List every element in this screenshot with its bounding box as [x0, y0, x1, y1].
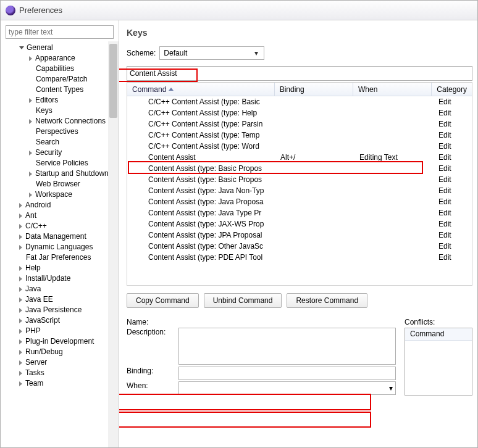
caret-right-icon: [29, 119, 32, 124]
keys-page: Keys Scheme: Default ▾ Content Assist Co…: [119, 20, 477, 447]
tree-item-label: Perspectives: [36, 127, 78, 137]
tree-item[interactable]: Run/Debug: [6, 347, 114, 357]
tree-item[interactable]: Help: [6, 263, 114, 273]
tree-item-label: PHP: [25, 326, 41, 336]
table-row[interactable]: C/C++ Content Assist (type: WordEdit: [127, 141, 472, 152]
caret-right-icon: [19, 245, 22, 250]
tree-item[interactable]: PHP: [6, 326, 114, 336]
caret-right-icon: [19, 360, 22, 365]
caret-right-icon: [19, 318, 22, 323]
table-row[interactable]: Content Assist (type: JPA ProposalEdit: [127, 230, 472, 241]
tree-item[interactable]: Java EE: [6, 294, 114, 305]
cell-cat: Edit: [434, 164, 472, 173]
cell-cat: Edit: [434, 175, 472, 184]
scheme-dropdown[interactable]: Default ▾: [159, 46, 264, 60]
tree-item[interactable]: Startup and Shutdown: [6, 168, 114, 179]
tree-item-label: Content Types: [36, 85, 83, 95]
cell-cat: Edit: [434, 253, 472, 262]
cell-cmd: Content Assist (type: Other JavaSc: [127, 242, 275, 251]
tree-item[interactable]: Dynamic Languages: [6, 242, 114, 252]
tree-item[interactable]: Keys: [6, 106, 114, 116]
table-row[interactable]: Content Assist (type: JAX-WS PropEdit: [127, 218, 472, 230]
restore-command-button[interactable]: Restore Command: [287, 293, 367, 308]
cell-cat: Edit: [434, 186, 472, 195]
tree-item[interactable]: Security: [6, 147, 114, 158]
table-row[interactable]: C/C++ Content Assist (type: HelpEdit: [127, 107, 472, 118]
tree-item[interactable]: Perspectives: [6, 127, 114, 137]
conflicts-label: Conflicts:: [405, 318, 472, 326]
table-row[interactable]: Content Assist (type: PDE API ToolEdit: [127, 252, 472, 263]
preferences-tree[interactable]: GeneralAppearanceCapabilitiesCompare/Pat…: [6, 43, 114, 389]
tree-item[interactable]: Android: [6, 200, 114, 210]
conflicts-column-command[interactable]: Command: [405, 328, 472, 341]
tree-item-label: Java: [25, 284, 41, 294]
tree-item[interactable]: Plug-in Development: [6, 336, 114, 347]
table-row[interactable]: Content Assist (type: Other JavaScEdit: [127, 241, 472, 252]
tree-item-label: Appearance: [35, 53, 75, 64]
tree-item[interactable]: C/C++: [6, 221, 114, 231]
tree-item[interactable]: Workspace: [6, 189, 114, 200]
tree-item[interactable]: Content Types: [6, 85, 114, 95]
unbind-command-button[interactable]: Unbind Command: [204, 293, 282, 308]
caret-right-icon: [19, 224, 22, 229]
tree-item[interactable]: Compare/Patch: [6, 74, 114, 85]
cell-cat: Edit: [434, 220, 472, 228]
tree-item[interactable]: Java: [6, 284, 114, 294]
column-binding[interactable]: Binding: [275, 83, 353, 96]
tree-item[interactable]: Editors: [6, 95, 114, 106]
tree-item[interactable]: General: [6, 43, 114, 53]
annotation-box: [119, 394, 371, 410]
tree-item[interactable]: Web Browser: [6, 179, 114, 189]
tree-item[interactable]: Appearance: [6, 53, 114, 64]
table-row[interactable]: C/C++ Content Assist (type: TempEdit: [127, 130, 472, 141]
caret-right-icon: [19, 203, 22, 208]
tree-item-label: Keys: [36, 106, 52, 116]
tree-item-label: Web Browser: [36, 179, 80, 189]
sort-ascending-icon: [169, 88, 174, 91]
cell-cat: Edit: [434, 142, 472, 151]
tree-item-label: Capabilities: [36, 64, 74, 74]
eclipse-icon: [6, 6, 15, 15]
description-textarea[interactable]: [178, 328, 396, 365]
copy-command-button[interactable]: Copy Command: [127, 293, 199, 308]
tree-item[interactable]: Search: [6, 137, 114, 147]
tree-item[interactable]: Install/Update: [6, 273, 114, 284]
binding-input[interactable]: [178, 367, 396, 380]
table-row[interactable]: Content Assist (type: Java ProposaEdit: [127, 196, 472, 207]
cell-cmd: C/C++ Content Assist (type: Temp: [127, 131, 275, 139]
sidebar-scrollbar[interactable]: [108, 41, 119, 447]
table-row[interactable]: C/C++ Content Assist (type: BasicEdit: [127, 96, 472, 107]
column-command[interactable]: Command: [127, 83, 275, 96]
chevron-down-icon: ▾: [251, 49, 261, 57]
tree-item[interactable]: Data Management: [6, 231, 114, 242]
tree-item[interactable]: Tasks: [6, 368, 114, 378]
table-row[interactable]: Content Assist (type: Basic ProposEdit: [127, 163, 472, 174]
tree-item[interactable]: Java Persistence: [6, 305, 114, 315]
tree-item[interactable]: Fat Jar Preferences: [6, 252, 114, 263]
table-row[interactable]: C/C++ Content Assist (type: ParsinEdit: [127, 118, 472, 130]
column-category[interactable]: Category: [432, 83, 472, 96]
table-row[interactable]: Content AssistAlt+/Editing TextEdit: [127, 152, 472, 163]
tree-item[interactable]: Ant: [6, 210, 114, 221]
tree-item-label: Service Policies: [36, 158, 88, 168]
when-dropdown[interactable]: ▾: [178, 381, 396, 395]
tree-item[interactable]: Service Policies: [6, 158, 114, 168]
cell-cmd: C/C++ Content Assist (type: Help: [127, 109, 275, 117]
tree-item[interactable]: JavaScript: [6, 315, 114, 326]
filter-input[interactable]: [6, 25, 114, 39]
table-row[interactable]: Content Assist (type: Java Non-TypEdit: [127, 185, 472, 196]
command-search-input[interactable]: Content Assist: [127, 66, 472, 81]
tree-item-label: Data Management: [25, 231, 86, 242]
tree-item[interactable]: Server: [6, 357, 114, 368]
table-row[interactable]: Content Assist (type: Basic ProposEdit: [127, 174, 472, 185]
tree-item-label: Ant: [25, 210, 36, 221]
column-when[interactable]: When: [353, 83, 432, 96]
tree-item[interactable]: Capabilities: [6, 64, 114, 74]
tree-item[interactable]: Network Connections: [6, 116, 114, 127]
tree-item[interactable]: Team: [6, 378, 114, 389]
tree-item-label: Run/Debug: [25, 347, 63, 357]
caret-right-icon: [29, 98, 32, 103]
caret-right-icon: [19, 308, 22, 313]
table-row[interactable]: Content Assist (type: Java Type PrEdit: [127, 207, 472, 218]
cell-cat: Edit: [434, 197, 472, 206]
